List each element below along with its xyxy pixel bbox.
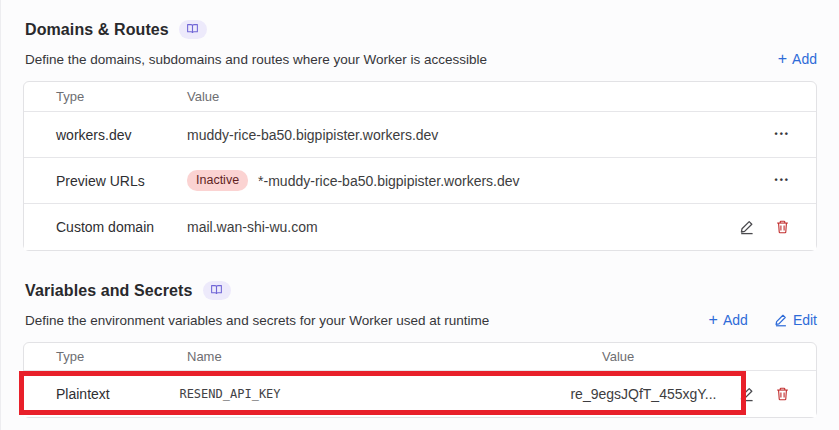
variables-subtitle: Define the environment variables and sec…	[25, 313, 489, 328]
variables-section-title: Variables and Secrets	[25, 282, 193, 300]
edit-pencil-icon	[774, 313, 788, 327]
worker-settings-page: Domains & Routes Define the domains, sub…	[0, 0, 839, 430]
open-book-icon	[210, 282, 223, 300]
plus-icon: +	[778, 51, 787, 67]
table-row-preview-urls: Preview URLs Inactive *-muddy-rice-ba50.…	[24, 158, 816, 204]
row-type-label: workers.dev	[24, 127, 187, 143]
variables-edit-label: Edit	[793, 312, 817, 328]
variables-section-header: Variables and Secrets	[1, 251, 839, 300]
row-type-label: Plaintext	[24, 386, 179, 402]
delete-trash-icon[interactable]	[775, 386, 790, 402]
docs-link-badge[interactable]	[179, 20, 207, 39]
variables-table-header: Type Name Value	[24, 343, 816, 371]
column-header-value: Value	[602, 349, 712, 364]
row-type-label: Custom domain	[24, 219, 187, 235]
domains-subtitle-row: Define the domains, subdomains and route…	[1, 39, 839, 67]
domains-table: Type Value workers.dev muddy-rice-ba50.b…	[23, 81, 817, 251]
more-options-icon[interactable]: •••	[775, 176, 790, 185]
variable-name: RESEND_API_KEY	[179, 387, 570, 401]
row-value: muddy-rice-ba50.bigpipister.workers.dev	[187, 127, 438, 143]
variables-edit-button[interactable]: Edit	[774, 312, 817, 328]
row-value: *-muddy-rice-ba50.bigpipister.workers.de…	[258, 173, 519, 189]
domains-add-button[interactable]: + Add	[778, 51, 817, 67]
column-header-type: Type	[24, 89, 187, 104]
variables-add-button[interactable]: + Add	[709, 312, 748, 328]
docs-link-badge[interactable]	[203, 281, 231, 300]
table-row-resend-api-key: Plaintext RESEND_API_KEY re_9egsJQfT_455…	[24, 371, 816, 417]
column-header-value: Value	[187, 89, 712, 104]
more-options-icon[interactable]: •••	[775, 130, 790, 139]
inactive-status-badge: Inactive	[187, 170, 248, 191]
table-row-workers-dev: workers.dev muddy-rice-ba50.bigpipister.…	[24, 112, 816, 158]
column-header-type: Type	[24, 349, 187, 364]
edit-pencil-icon[interactable]	[739, 219, 755, 235]
row-value: mail.wan-shi-wu.com	[187, 219, 318, 235]
open-book-icon	[186, 21, 199, 39]
column-header-name: Name	[187, 349, 602, 364]
variables-add-label: Add	[723, 312, 748, 328]
domains-subtitle: Define the domains, subdomains and route…	[25, 52, 487, 67]
plus-icon: +	[709, 312, 718, 328]
variables-subtitle-row: Define the environment variables and sec…	[1, 300, 839, 328]
domains-section-title: Domains & Routes	[25, 21, 169, 39]
domains-add-label: Add	[792, 51, 817, 67]
domains-table-header: Type Value	[24, 82, 816, 112]
row-type-label: Preview URLs	[24, 173, 187, 189]
delete-trash-icon[interactable]	[775, 219, 790, 235]
domains-section-header: Domains & Routes	[1, 0, 839, 39]
edit-pencil-icon[interactable]	[739, 386, 755, 402]
table-row-custom-domain: Custom domain mail.wan-shi-wu.com	[24, 204, 816, 250]
variables-table: Type Name Value Plaintext RESEND_API_KEY…	[23, 342, 817, 418]
variable-value: re_9egsJQfT_455xgY...	[570, 386, 716, 402]
